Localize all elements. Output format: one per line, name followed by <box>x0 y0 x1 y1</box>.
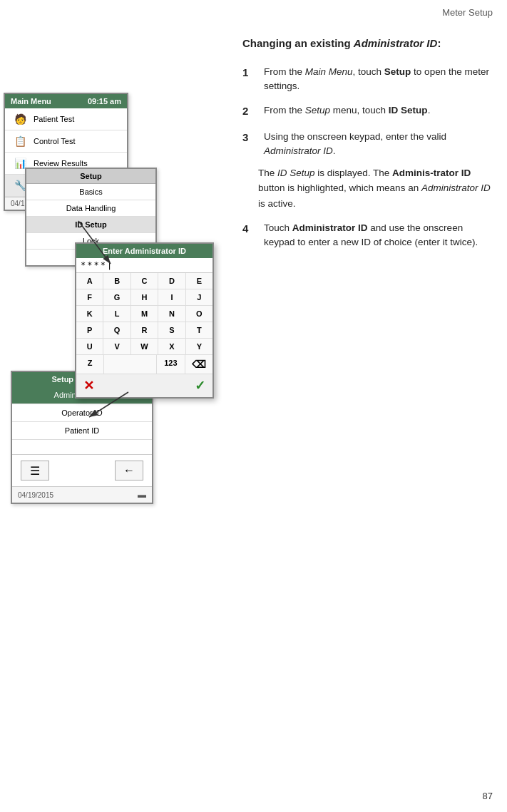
key-l[interactable]: L <box>103 306 130 322</box>
step-3-text: Using the onscreen keypad, enter the val… <box>264 130 493 159</box>
key-e[interactable]: E <box>186 273 212 289</box>
main-menu-time: 09:15 am <box>88 97 121 106</box>
setup-item-id-setup[interactable]: ID Setup <box>26 217 155 233</box>
step-4: 4 Touch Administrator ID and use the ons… <box>242 221 493 250</box>
idsetup-footer: ☰ ← <box>12 454 152 486</box>
page-header: Meter Setup <box>442 7 493 18</box>
review-label: Review Results <box>34 159 88 168</box>
keyboard-value: **** <box>81 260 107 270</box>
step-2: 2 From the Setup menu, touch ID Setup. <box>242 103 493 120</box>
idsetup-item-patient[interactable]: Patient ID <box>12 422 152 440</box>
setup-item-data-handling[interactable]: Data Handling <box>26 200 155 217</box>
title-em: Administrator ID <box>354 37 438 49</box>
key-s[interactable]: S <box>158 322 185 338</box>
idsetup-date-bar: 04/19/2015 ▬ <box>12 486 152 503</box>
key-m[interactable]: M <box>131 306 158 322</box>
step-list: 1 From the Main Menu, touch Setup to ope… <box>242 65 493 250</box>
content-area: Changing an existing Administrator ID: 1… <box>242 36 493 259</box>
key-g[interactable]: G <box>103 289 130 305</box>
key-n[interactable]: N <box>158 306 185 322</box>
setup-header-label: Setup <box>80 172 102 180</box>
step-2-number: 2 <box>242 103 258 120</box>
keyboard-row-5: U V W X Y <box>76 339 212 355</box>
key-d[interactable]: D <box>158 273 185 289</box>
key-b[interactable]: B <box>103 273 130 289</box>
title-colon: : <box>437 37 441 49</box>
step-4-text: Touch Administrator ID and use the onscr… <box>264 221 493 250</box>
key-backspace[interactable]: ⌫ <box>185 355 212 374</box>
key-y[interactable]: Y <box>186 339 212 354</box>
step-2-text: From the Setup menu, touch ID Setup. <box>264 103 430 118</box>
step-3b-text: The ID Setup is displayed. The Adminis-t… <box>258 168 491 209</box>
keyboard-row-3: K L M N O <box>76 306 212 322</box>
footer-back-icon[interactable]: ← <box>115 461 143 480</box>
key-a[interactable]: A <box>76 273 103 289</box>
patient-icon: 🧑 <box>12 113 28 125</box>
section-title: Changing an existing Administrator ID: <box>242 36 493 52</box>
keyboard-bottom: ✕ ✓ <box>76 374 212 397</box>
idsetup-item-operator[interactable]: Operator ID <box>12 404 152 422</box>
battery-icon: ▬ <box>138 490 146 500</box>
patient-label: Patient Test <box>34 115 74 123</box>
title-text: Changing an existing <box>242 37 354 49</box>
keyboard-overlay: Enter Administrator ID ****| A B C D E F… <box>75 242 214 399</box>
step-3b: The ID Setup is displayed. The Adminis-t… <box>258 165 493 211</box>
cursor: | <box>107 260 113 270</box>
key-h[interactable]: H <box>131 289 158 305</box>
step-4-number: 4 <box>242 221 258 237</box>
key-u[interactable]: U <box>76 339 103 354</box>
header-title: Meter Setup <box>442 7 493 18</box>
key-p[interactable]: P <box>76 322 103 338</box>
keyboard-row-2: F G H I J <box>76 289 212 306</box>
key-z[interactable]: Z <box>76 355 104 374</box>
keyboard-title: Enter Administrator ID <box>76 244 212 258</box>
step-1: 1 From the Main Menu, touch Setup to ope… <box>242 65 493 94</box>
key-w[interactable]: W <box>131 339 158 354</box>
menu-item-patient[interactable]: 🧑 Patient Test <box>5 108 127 130</box>
setup-item-basics[interactable]: Basics <box>26 184 155 200</box>
key-c[interactable]: C <box>131 273 158 289</box>
keyboard-row-1: A B C D E <box>76 273 212 289</box>
key-v[interactable]: V <box>103 339 130 354</box>
page-num-value: 87 <box>483 791 493 801</box>
step-3-number: 3 <box>242 130 258 146</box>
key-j[interactable]: J <box>186 289 212 305</box>
keyboard-row-6: Z 123 ⌫ <box>76 355 212 374</box>
key-o[interactable]: O <box>186 306 212 322</box>
keyboard-title-text: Enter Administrator ID <box>103 247 186 255</box>
page-number: 87 <box>483 791 493 801</box>
step-1-text: From the Main Menu, touch Setup to open … <box>264 65 493 94</box>
key-space[interactable] <box>104 355 157 374</box>
key-f[interactable]: F <box>76 289 103 305</box>
key-k[interactable]: K <box>76 306 103 322</box>
menu-item-control[interactable]: 📋 Control Test <box>5 130 127 153</box>
footer-menu-icon[interactable]: ☰ <box>21 461 49 480</box>
main-menu-label: Main Menu <box>11 97 51 106</box>
step-3: 3 Using the onscreen keypad, enter the v… <box>242 130 493 159</box>
key-x[interactable]: X <box>158 339 185 354</box>
key-r[interactable]: R <box>131 322 158 338</box>
cancel-button[interactable]: ✕ <box>83 378 94 394</box>
control-icon: 📋 <box>12 135 28 148</box>
keyboard-input-display: ****| <box>76 258 212 273</box>
main-menu-header: Main Menu 09:15 am <box>5 94 127 108</box>
control-label: Control Test <box>34 137 76 145</box>
key-i[interactable]: I <box>158 289 185 305</box>
confirm-button[interactable]: ✓ <box>195 378 205 394</box>
keyboard-row-4: P Q R S T <box>76 322 212 339</box>
step-1-number: 1 <box>242 65 258 81</box>
key-123[interactable]: 123 <box>157 355 185 374</box>
idsetup-date: 04/19/2015 <box>18 491 53 499</box>
key-t[interactable]: T <box>186 322 212 338</box>
key-q[interactable]: Q <box>103 322 130 338</box>
setup-dropdown-header: Setup <box>26 169 155 184</box>
